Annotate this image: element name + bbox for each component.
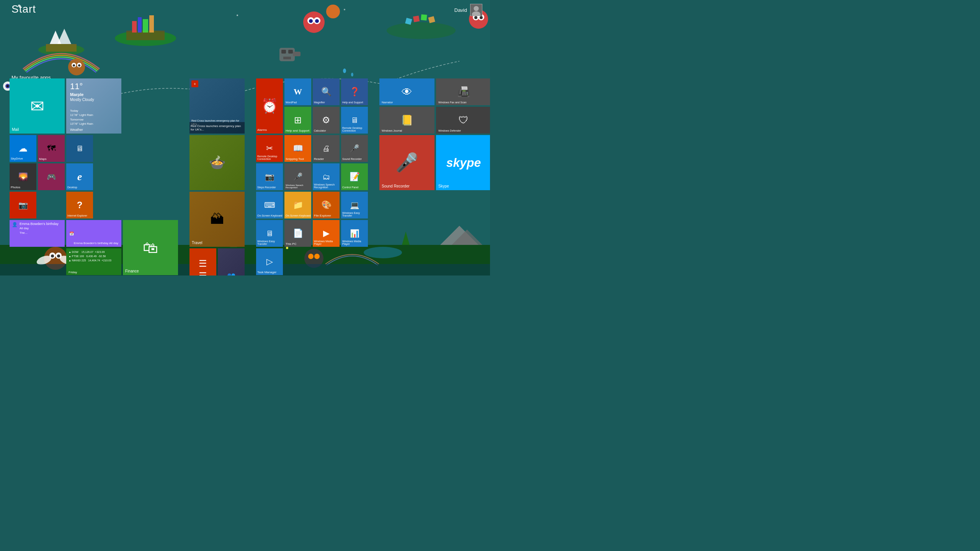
tile-sticky-notes[interactable]: 📝 Control Panel [341,163,368,190]
row-3: 👤 Emma Bowden's birthday All day The... … [10,220,178,275]
svg-point-40 [343,68,346,73]
svg-point-15 [72,63,76,67]
tile-skydrive[interactable]: ☁ SkyDrive [10,135,36,162]
row-right-3: 🎤 Sound Recorder skype Skype [379,135,490,190]
tile-camera[interactable]: 📷 [10,192,36,218]
tile-reader[interactable]: 📖 Snipping Tool [284,135,311,162]
tile-travel[interactable]: 🏔 Travel [189,192,245,247]
svg-point-29 [326,5,340,18]
group-apps: ⏰ Alarms W WordPad 🔍 Magnifier ❓ Help an… [256,78,368,275]
svg-point-27 [474,16,477,19]
tile-skype[interactable]: skype Skype [436,135,490,190]
tile-weather[interactable]: 11° Marple Mostly Cloudy Today 11°/8° Li… [66,78,121,134]
tile-social[interactable]: 👥 [218,248,245,276]
svg-rect-38 [283,57,291,59]
tile-this-pc[interactable]: 🖥 Windows Easy Transfer [256,220,283,247]
svg-point-21 [314,17,320,24]
svg-point-4 [38,44,84,55]
tile-maps[interactable]: 🗺 Maps [38,135,65,162]
svg-point-14 [68,59,85,75]
col-date-finance: 📅 Emma Bowden's birthday All day ▲ DOW 1… [66,220,121,275]
svg-point-20 [307,17,314,24]
tile-ie[interactable]: e Desktop [66,163,93,190]
svg-marker-6 [50,31,61,44]
tile-notepad[interactable]: 📄 This PC [284,220,311,247]
svg-rect-13 [149,15,154,33]
svg-rect-33 [421,14,427,20]
tile-news[interactable]: + Red Cross launches emergency plan for … [189,78,245,134]
col-right-sm: 🖥 e Desktop ? Internet Explorer [66,135,93,218]
row-2: ☁ SkyDrive 🗺 Maps 🌄 Photos 🎮 [10,135,178,218]
tile-speech-recognition[interactable]: 🎤 Windows Speech Recognition [284,163,311,190]
user-name: David [454,7,467,13]
tile-onscreen-keyboard[interactable]: ⌨ On-Screen Keyboard [256,192,283,218]
svg-rect-37 [288,50,293,54]
svg-rect-32 [413,16,420,22]
row-reading: ☰ ☰ ☰ Reading List 👥 [189,248,245,276]
svg-point-2 [237,15,238,16]
tile-reading[interactable]: ☰ ☰ ☰ Reading List [189,248,216,276]
svg-rect-35 [279,48,295,61]
tile-task-manager[interactable]: 📊 Windows Media Player [341,220,368,247]
tile-pc-settings[interactable]: ⚙ Calculator [313,107,340,134]
tile-narrator[interactable]: 👁 Narrator [379,78,434,105]
group-personal: ✉ Mail 11° Marple Mostly Cloudy Today 11… [10,78,178,275]
tile-store[interactable]: 🛍 Finance [123,220,178,275]
svg-point-41 [351,73,353,77]
svg-point-19 [303,11,325,33]
tile-mail[interactable]: ✉ Mail [10,78,65,134]
tile-wordpad[interactable]: W WordPad [284,78,311,105]
svg-point-28 [480,16,483,19]
row-right-2: 📒 Windows Journal 🛡 Windows Defender [379,107,490,134]
svg-point-45 [7,85,9,87]
tile-calculator[interactable]: ⊞ Help and Support [284,107,311,134]
tile-journal[interactable]: 📒 Windows Journal [379,107,434,134]
tile-desktop[interactable]: 🖥 [66,135,93,162]
svg-rect-39 [293,52,301,56]
svg-rect-5 [46,44,77,52]
tile-sound-recorder-big[interactable]: 🎤 Sound Recorder [379,135,434,190]
svg-rect-11 [138,17,142,33]
tile-run[interactable]: ▷ Task Manager [256,248,283,275]
tile-calendar[interactable]: 👤 Emma Bowden's birthday All day The... [10,220,65,247]
svg-rect-12 [143,19,148,33]
tile-food[interactable]: 🍲 [189,135,245,190]
tile-date[interactable]: 📅 Emma Bowden's birthday All day [66,220,121,247]
tile-sound-recorder-sm[interactable]: 🎤 Sound Recorder [341,135,368,162]
tile-game[interactable]: 🎮 [38,163,65,190]
tile-file-explorer[interactable]: 📁 On-Screen Keyboard [284,192,311,218]
tile-remote-desktop[interactable]: 🖥 Remote Desktop Connection [341,107,368,134]
svg-point-22 [309,19,313,23]
tile-help-support[interactable]: ❓ Help and Support [341,78,368,105]
tile-steps-recorder[interactable]: 📷 Steps Recorder [256,163,283,190]
svg-rect-9 [126,31,165,40]
tile-media-player[interactable]: ▶ Windows Media Player [313,220,340,247]
row-right-1: 👁 Narrator 📠 Windows Fax and Scan [379,78,490,105]
tile-snipping-tool[interactable]: ✂ Remote Desktop Connection [256,135,283,162]
group-news: + Red Cross launches emergency plan for … [189,78,245,276]
tile-finance[interactable]: ▲ DOW 15,126.07 +323.09 ▲ FTSE 100 6,430… [66,248,121,275]
start-title: Start [11,3,36,15]
tile-fax-scan[interactable]: 📠 Windows Fax and Scan [436,78,490,105]
tile-alarms[interactable]: ⏰ Alarms [256,78,283,134]
row-1: ✉ Mail 11° Marple Mostly Cloudy Today 11… [10,78,178,134]
svg-point-23 [315,19,319,23]
svg-point-18 [78,64,80,67]
tile-defender[interactable]: 🛡 Windows Defender [436,107,490,134]
svg-rect-31 [405,18,412,24]
svg-rect-34 [428,16,435,23]
tile-help[interactable]: ? Internet Explorer [66,192,93,218]
user-avatar[interactable] [470,4,482,16]
user-info[interactable]: David [454,4,482,16]
tile-easy-transfer[interactable]: 💻 Windows Easy Transfer [341,192,368,218]
tile-control-panel[interactable]: 🗂 Windows Speech Recognition [313,163,340,190]
tile-magnifier[interactable]: 🔍 Magnifier [313,78,340,105]
tile-photos[interactable]: 🌄 Photos [10,163,36,190]
svg-point-3 [344,9,345,10]
tile-scan[interactable]: 🖨 Reader [313,135,340,162]
tile-paint[interactable]: 🎨 File Explorer [313,192,340,218]
svg-point-30 [387,22,456,39]
tiles-container: ✉ Mail 11° Marple Mostly Cloudy Today 11… [10,78,490,276]
small-tiles-grid: ☁ SkyDrive 🗺 Maps 🌄 Photos 🎮 [10,135,65,218]
svg-point-17 [73,64,75,67]
